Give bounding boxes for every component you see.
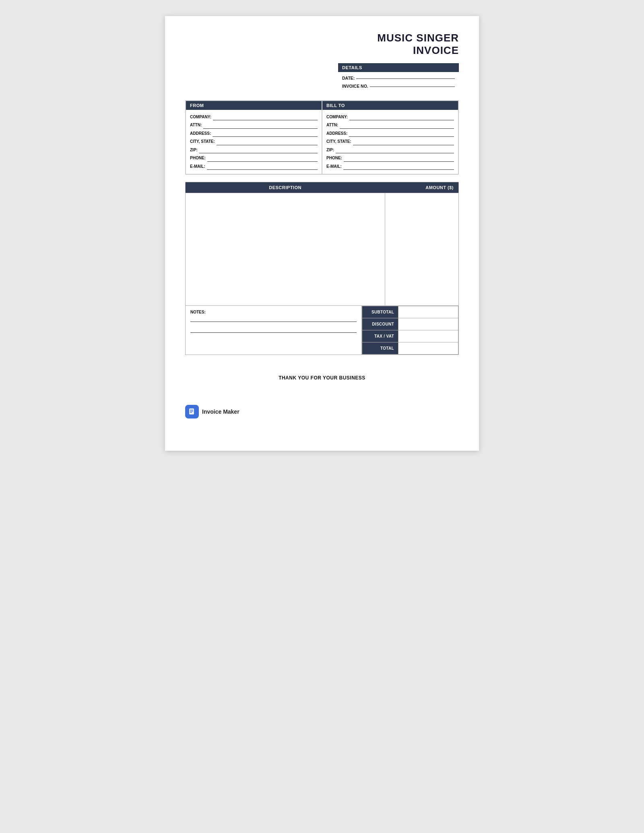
notes-line1 (190, 322, 357, 322)
date-row: DATE: (342, 74, 455, 82)
from-attn-underline (203, 128, 318, 129)
amount-header: AMOUNT ($) (385, 182, 458, 193)
title-line1: MUSIC SINGER (185, 32, 459, 44)
billto-company-underline (349, 120, 454, 120)
svg-rect-1 (190, 410, 193, 410)
billto-company-label: COMPANY: (326, 113, 348, 122)
from-address-underline (213, 136, 318, 137)
from-header: FROM (186, 101, 322, 110)
from-phone-label: PHONE: (190, 154, 206, 163)
details-content: DATE: INVOICE NO. (338, 72, 459, 93)
tax-value[interactable] (398, 330, 458, 342)
notes-row: NOTES: (190, 310, 357, 333)
billto-address-row: ADDRESS: (326, 130, 454, 138)
amount-cell[interactable] (385, 193, 458, 306)
billto-zip-row: ZIP: (326, 146, 454, 155)
notes-label: NOTES: (190, 310, 206, 314)
from-bill-section: FROM COMPANY: ATTN: ADDRESS: CITY, STATE… (185, 100, 459, 175)
invoice-title-block: MUSIC SINGER INVOICE (185, 32, 459, 57)
footer-brand: Invoice Maker (185, 405, 459, 419)
total-value[interactable] (398, 342, 458, 355)
title-line2: INVOICE (185, 44, 459, 57)
billto-email-row: E-MAIL: (326, 163, 454, 171)
from-zip-row: ZIP: (190, 146, 318, 155)
billto-attn-row: ATTN: (326, 121, 454, 130)
from-address-label: ADDRESS: (190, 130, 211, 138)
tax-label: TAX / VAT (362, 330, 398, 342)
invoice-label: INVOICE NO. (342, 82, 368, 91)
from-company-label: COMPANY: (190, 113, 211, 122)
from-city-row: CITY, STATE: (190, 138, 318, 146)
total-label: TOTAL (362, 342, 398, 355)
discount-value[interactable] (398, 318, 458, 330)
billto-city-label: CITY, STATE: (326, 138, 351, 146)
invoice-page: MUSIC SINGER INVOICE DETAILS DATE: INVOI… (165, 16, 479, 451)
discount-row: DISCOUNT (362, 318, 458, 330)
billto-section: BILL TO COMPANY: ATTN: ADDRESS: CITY, ST… (322, 101, 458, 175)
invoice-body-row (186, 193, 459, 306)
from-email-underline (207, 169, 318, 170)
billto-company-row: COMPANY: (326, 113, 454, 122)
from-address-row: ADDRESS: (190, 130, 318, 138)
description-header: DESCRIPTION (186, 182, 385, 193)
description-cell[interactable] (186, 193, 385, 306)
billto-zip-label: ZIP: (326, 146, 334, 155)
from-phone-underline (207, 161, 318, 162)
details-block: DETAILS DATE: INVOICE NO. (338, 63, 459, 93)
notes-area: NOTES: (186, 306, 362, 355)
from-section: FROM COMPANY: ATTN: ADDRESS: CITY, STATE… (186, 101, 322, 175)
thank-you-text: THANK YOU FOR YOUR BUSINESS (185, 375, 459, 381)
details-header: DETAILS (338, 63, 459, 72)
notes-line2 (190, 332, 357, 333)
from-email-row: E-MAIL: (190, 163, 318, 171)
billto-header: BILL TO (322, 101, 458, 110)
from-attn-row: ATTN: (190, 121, 318, 130)
discount-label: DISCOUNT (362, 318, 398, 330)
subtotal-label: SUBTOTAL (362, 306, 398, 318)
from-content: COMPANY: ATTN: ADDRESS: CITY, STATE: ZIP… (186, 110, 322, 174)
from-city-label: CITY, STATE: (190, 138, 215, 146)
invoice-table: DESCRIPTION AMOUNT ($) (185, 182, 459, 306)
billto-city-underline (353, 145, 454, 145)
subtotal-row: SUBTOTAL (362, 306, 458, 318)
billto-attn-label: ATTN: (326, 121, 338, 130)
invoice-no-underline (370, 87, 455, 87)
billto-phone-row: PHONE: (326, 154, 454, 163)
totals-table: SUBTOTAL DISCOUNT TAX / VAT TOTAL (362, 306, 458, 355)
billto-email-label: E-MAIL: (326, 163, 342, 171)
date-underline (356, 78, 455, 79)
from-zip-underline (199, 153, 318, 153)
billto-city-row: CITY, STATE: (326, 138, 454, 146)
subtotal-value[interactable] (398, 306, 458, 318)
svg-rect-2 (190, 411, 193, 412)
from-email-label: E-MAIL: (190, 163, 205, 171)
from-company-row: COMPANY: (190, 113, 318, 122)
total-row: TOTAL (362, 342, 458, 355)
from-city-underline (217, 145, 318, 145)
billto-address-label: ADDRESS: (326, 130, 347, 138)
billto-phone-label: PHONE: (326, 154, 342, 163)
from-zip-label: ZIP: (190, 146, 198, 155)
from-phone-row: PHONE: (190, 154, 318, 163)
footer-brand-text: Invoice Maker (202, 408, 239, 415)
from-company-underline (213, 120, 318, 120)
billto-address-underline (349, 136, 454, 137)
date-label: DATE: (342, 74, 355, 82)
billto-email-underline (343, 169, 454, 170)
tax-row: TAX / VAT (362, 330, 458, 342)
billto-attn-underline (340, 128, 454, 129)
from-attn-label: ATTN: (190, 121, 202, 130)
billto-zip-underline (336, 153, 454, 153)
invoice-maker-icon (185, 405, 199, 419)
svg-rect-3 (190, 412, 192, 413)
bottom-section: NOTES: SUBTOTAL DISCOUNT TAX / VAT TOTAL (185, 306, 459, 355)
invoice-no-row: INVOICE NO. (342, 82, 455, 91)
billto-content: COMPANY: ATTN: ADDRESS: CITY, STATE: ZIP… (322, 110, 458, 174)
billto-phone-underline (344, 161, 454, 162)
